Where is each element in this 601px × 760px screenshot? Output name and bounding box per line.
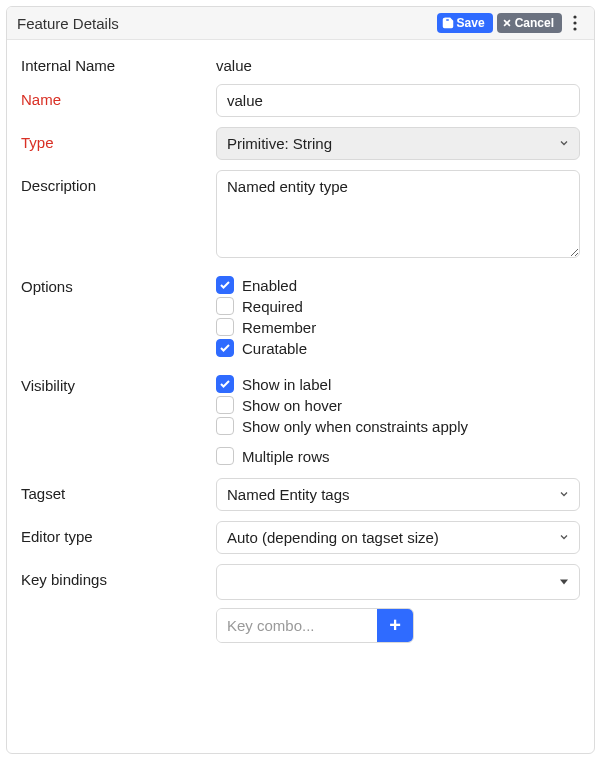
key-bindings-select[interactable]: [216, 564, 580, 600]
options-label: Options: [21, 271, 216, 295]
type-select[interactable]: Primitive: String: [216, 127, 580, 160]
svg-point-3: [573, 15, 576, 18]
checkbox-icon: [216, 297, 234, 315]
option-label: Required: [242, 298, 303, 315]
tagset-select[interactable]: Named Entity tags: [216, 478, 580, 511]
visibility-item-label: Multiple rows: [242, 448, 330, 465]
checkbox-icon: [216, 375, 234, 393]
options-group: Enabled Required Remember Curatable: [216, 271, 580, 360]
type-label: Type: [21, 127, 216, 151]
key-combo-input[interactable]: [217, 609, 377, 642]
option-curatable[interactable]: Curatable: [216, 339, 580, 357]
name-label: Name: [21, 84, 216, 108]
option-label: Enabled: [242, 277, 297, 294]
panel-body: Internal Name value Name Type Primitive:…: [7, 40, 594, 753]
visibility-item-label: Show on hover: [242, 397, 342, 414]
svg-point-4: [573, 21, 576, 24]
option-remember[interactable]: Remember: [216, 318, 580, 336]
cancel-button[interactable]: Cancel: [497, 13, 562, 33]
description-label: Description: [21, 170, 216, 194]
checkbox-icon: [216, 396, 234, 414]
option-label: Remember: [242, 319, 316, 336]
checkbox-icon: [216, 447, 234, 465]
save-icon: [442, 17, 454, 29]
svg-rect-0: [445, 19, 449, 22]
save-button-label: Save: [457, 15, 485, 31]
panel-title: Feature Details: [17, 15, 119, 32]
visibility-group: Show in label Show on hover Show only wh…: [216, 370, 580, 468]
key-bindings-label: Key bindings: [21, 564, 216, 588]
visibility-constraints[interactable]: Show only when constraints apply: [216, 417, 580, 435]
option-label: Curatable: [242, 340, 307, 357]
visibility-item-label: Show in label: [242, 376, 331, 393]
option-enabled[interactable]: Enabled: [216, 276, 580, 294]
visibility-label: Visibility: [21, 370, 216, 394]
editor-type-label: Editor type: [21, 521, 216, 545]
visibility-show-in-label[interactable]: Show in label: [216, 375, 580, 393]
tagset-label: Tagset: [21, 478, 216, 502]
checkbox-icon: [216, 339, 234, 357]
more-menu-button[interactable]: [566, 13, 584, 33]
name-input[interactable]: [216, 84, 580, 117]
close-icon: [502, 18, 512, 28]
plus-icon: +: [389, 614, 401, 637]
panel-header: Feature Details Save Cancel: [7, 7, 594, 40]
header-actions: Save Cancel: [437, 13, 584, 33]
description-input[interactable]: Named entity type: [216, 170, 580, 258]
key-combo-row: +: [216, 608, 414, 643]
cancel-button-label: Cancel: [515, 15, 554, 31]
checkbox-icon: [216, 276, 234, 294]
svg-point-5: [573, 27, 576, 30]
visibility-show-on-hover[interactable]: Show on hover: [216, 396, 580, 414]
add-key-combo-button[interactable]: +: [377, 609, 413, 642]
option-required[interactable]: Required: [216, 297, 580, 315]
visibility-multiple-rows[interactable]: Multiple rows: [216, 447, 580, 465]
checkbox-icon: [216, 318, 234, 336]
internal-name-value: value: [216, 50, 580, 74]
save-button[interactable]: Save: [437, 13, 493, 33]
editor-type-select[interactable]: Auto (depending on tagset size): [216, 521, 580, 554]
visibility-item-label: Show only when constraints apply: [242, 418, 468, 435]
internal-name-label: Internal Name: [21, 50, 216, 74]
checkbox-icon: [216, 417, 234, 435]
feature-details-panel: Feature Details Save Cancel: [6, 6, 595, 754]
